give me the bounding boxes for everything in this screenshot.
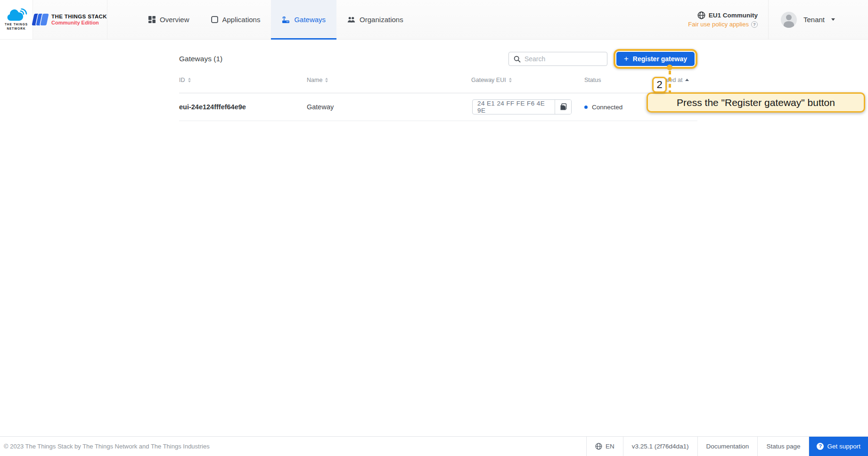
ttn-cloud-logo-icon [6,8,27,21]
gateway-name-cell: Gateway [307,103,471,111]
fair-use-policy-link[interactable]: Fair use policy applies [688,21,749,28]
nav-label: Organizations [360,16,403,24]
nav-label: Gateways [294,16,326,24]
search-icon [514,56,521,63]
tts-logo-title: THE THINGS STACK [51,14,107,20]
copy-icon [560,103,567,111]
search-input[interactable] [524,55,610,63]
sort-icon [509,78,512,82]
copyright-text: © 2023 The Things Stack by The Things Ne… [4,443,210,450]
annotation-dashed-line [669,71,671,93]
ttn-logo[interactable]: THE THINGS NETWORK [0,0,33,39]
version-label: v3.25.1 (2f76d4da1) [623,437,697,456]
status-connected-dot [584,106,588,109]
language-label: EN [606,443,614,450]
applications-icon [211,16,218,23]
gateway-icon [282,16,290,24]
globe-icon [595,443,602,450]
nav-item-gateways[interactable]: Gateways [271,0,336,39]
plus-icon: + [624,55,629,63]
register-gateway-button[interactable]: + Register gateway [616,52,695,66]
language-selector[interactable]: EN [586,437,623,456]
nav-label: Overview [160,16,189,24]
get-support-button[interactable]: ? Get support [809,437,868,456]
cluster-info: EU1 Community Fair use policy applies ? [688,0,768,39]
sort-icon [325,78,328,82]
status-badge: Connected [592,104,622,111]
tts-logo-subtitle: Community Edition [51,20,107,26]
sort-ascending-icon [685,79,689,81]
globe-icon [697,11,705,19]
column-header-status: Status [584,77,655,83]
search-box [508,52,607,66]
main-nav: Overview Applications Gatew [138,0,414,39]
nav-label: Applications [222,16,261,24]
gateway-id-cell: eui-24e124fffef64e9e [179,103,307,111]
gateway-eui-value: 24 E1 24 FF FE F6 4E 9E [473,100,555,114]
table-row[interactable]: eui-24e124fffef64e9e Gateway 24 E1 24 FF… [179,93,697,121]
register-gateway-label: Register gateway [633,55,687,63]
user-name: Tenant [803,16,825,24]
ttn-logo-line1: THE THINGS [5,22,28,26]
status-page-link[interactable]: Status page [757,437,809,456]
annotation-anchor-dot [667,65,672,70]
page-title: Gateways (1) [179,55,222,63]
nav-item-organizations[interactable]: Organizations [336,0,414,39]
support-question-icon: ? [817,443,824,450]
avatar [781,12,797,28]
gateways-table: ID Name Gateway EUI Status Created at eu… [179,67,697,121]
app-footer: © 2023 The Things Stack by The Things Ne… [0,436,868,456]
organizations-icon [347,16,355,23]
annotation-step-badge: 2 [652,77,667,93]
gateway-eui-field: 24 E1 24 FF FE F6 4E 9E [472,99,572,114]
help-question-icon[interactable]: ? [751,21,758,28]
get-support-label: Get support [827,443,860,450]
user-menu[interactable]: Tenant [769,0,868,39]
main-content: Gateways (1) + Register gateway ID [179,40,697,121]
copy-button[interactable] [555,100,571,114]
nav-item-applications[interactable]: Applications [200,0,271,39]
ttn-logo-line2: NETWORK [5,26,28,31]
app-header: THE THINGS NETWORK THE THINGS STACK Comm… [0,0,868,40]
cluster-label: EU1 Community [709,12,758,19]
documentation-link[interactable]: Documentation [697,437,758,456]
tts-logo[interactable]: THE THINGS STACK Community Edition [33,0,107,39]
annotation-tooltip: Press the "Register gateway" button [647,92,865,113]
sort-icon [188,78,191,82]
nav-item-overview[interactable]: Overview [138,0,200,39]
overview-grid-icon [148,16,156,23]
chevron-down-icon [831,18,835,21]
column-header-gateway-eui[interactable]: Gateway EUI [471,77,584,83]
table-header-row: ID Name Gateway EUI Status Created at [179,67,697,93]
tts-books-icon [32,14,49,25]
annotation-highlight-ring: + Register gateway [614,49,697,69]
column-header-id[interactable]: ID [179,77,307,83]
column-header-name[interactable]: Name [307,77,471,83]
